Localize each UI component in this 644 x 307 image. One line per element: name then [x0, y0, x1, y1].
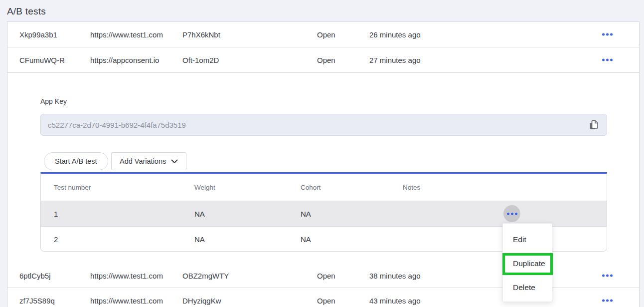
ellipsis-icon[interactable]	[602, 33, 613, 36]
menu-item-edit[interactable]: Edit	[503, 228, 552, 252]
app-key-label: App Key	[40, 97, 67, 105]
status-label: Open	[317, 56, 335, 64]
ellipsis-icon[interactable]	[602, 299, 613, 302]
test-id: Xkp99a3b1	[19, 30, 57, 39]
test-id: CFumuWQ-R	[19, 56, 65, 64]
ellipsis-icon[interactable]	[602, 275, 613, 277]
variation-cohort: NA	[301, 235, 311, 243]
app-key-field: c52277ca-2d70-4991-b692-4f4fa75d3519	[40, 114, 607, 136]
copy-icon[interactable]	[587, 118, 601, 132]
variation-test-number: 1	[54, 210, 58, 218]
test-key: OBZ2mgWTY	[182, 272, 229, 280]
table-row[interactable]: CFumuWQ-R https://appconsent.io Oft-1om2…	[7, 47, 639, 73]
add-variations-button[interactable]: Add Variations	[111, 152, 186, 170]
variation-cohort: NA	[301, 210, 311, 218]
column-header: Test number	[54, 184, 91, 191]
variation-weight: NA	[194, 210, 205, 218]
test-url: https://appconsent.io	[90, 56, 159, 64]
start-ab-test-button[interactable]: Start A/B test	[44, 152, 108, 170]
column-header: Cohort	[301, 184, 321, 191]
app-key-value: c52277ca-2d70-4991-b692-4f4fa75d3519	[48, 121, 587, 129]
test-key: P7hX6kNbt	[182, 30, 220, 39]
table-row[interactable]: Xkp99a3b1 https://www.test1.com P7hX6kNb…	[7, 22, 639, 47]
ellipsis-icon	[507, 213, 517, 215]
add-variations-label: Add Variations	[120, 157, 166, 165]
menu-item-delete[interactable]: Delete	[503, 276, 552, 300]
menu-item-duplicate[interactable]: Duplicate	[503, 252, 552, 276]
row-context-menu: Edit Duplicate Delete	[502, 223, 552, 302]
column-header: Notes	[403, 184, 420, 191]
chevron-down-icon	[171, 159, 178, 164]
page-title: A/B tests	[7, 6, 46, 17]
variation-weight: NA	[194, 235, 205, 243]
updated-time: 43 minutes ago	[369, 296, 421, 305]
column-header: Weight	[194, 184, 215, 191]
test-id: zf7J5S89q	[19, 296, 55, 305]
status-label: Open	[317, 30, 335, 39]
variation-test-number: 2	[54, 235, 58, 243]
test-key: DHyziqgKw	[182, 296, 221, 305]
ellipsis-icon[interactable]	[602, 59, 613, 61]
test-url: https://www.test1.com	[90, 272, 163, 280]
status-label: Open	[317, 296, 335, 305]
updated-time: 38 minutes ago	[369, 272, 421, 280]
start-ab-test-label: Start A/B test	[55, 157, 97, 165]
test-key: Oft-1om2D	[182, 56, 219, 64]
variations-table-header: Test number Weight Cohort Notes	[41, 174, 607, 201]
status-label: Open	[317, 272, 335, 280]
test-url: https://www.test1.com	[90, 296, 163, 305]
test-id: 6ptlCyb5j	[19, 272, 51, 280]
updated-time: 26 minutes ago	[369, 30, 421, 39]
variation-row[interactable]: 1 NA NA	[41, 201, 607, 226]
row-actions-button[interactable]	[503, 205, 520, 222]
updated-time: 27 minutes ago	[369, 56, 421, 64]
test-url: https://www.test1.com	[90, 30, 163, 39]
